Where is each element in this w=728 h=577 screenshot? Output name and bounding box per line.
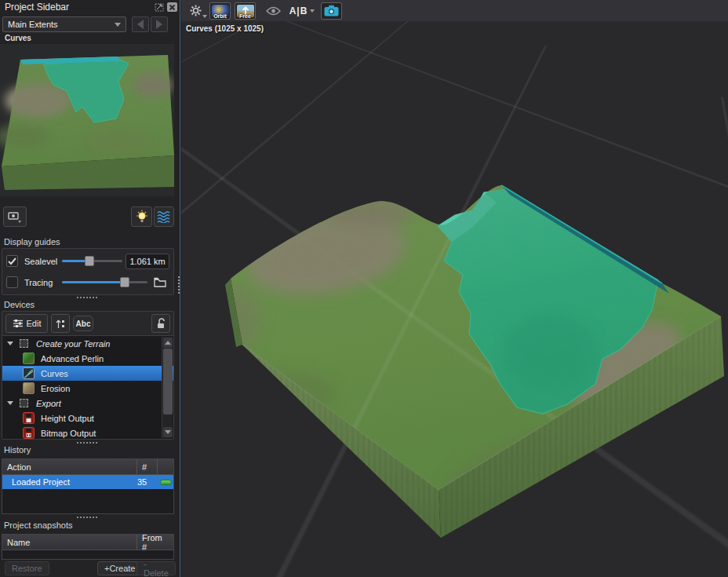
- projector-gear-icon: [8, 210, 22, 223]
- prev-extent-button[interactable]: [132, 16, 149, 32]
- tree-item-label: Curves: [41, 369, 68, 378]
- bitmap-output-icon: [23, 427, 35, 439]
- terrain-preview[interactable]: [0, 44, 174, 196]
- delete-snapshot-button[interactable]: -Delete: [136, 561, 176, 575]
- tree-group-label: Export: [36, 399, 61, 408]
- edit-devices-button[interactable]: Edit: [5, 314, 48, 333]
- application-window: Project Sidebar Main Extents Curves: [0, 0, 728, 577]
- devices-panel: Edit Abc: [2, 311, 174, 440]
- tracing-checkbox[interactable]: [6, 276, 18, 288]
- viewport-toolbar: Orbit Free A|B: [181, 0, 728, 21]
- extents-dropdown[interactable]: Main Extents: [2, 16, 126, 32]
- sealevel-value[interactable]: 1.061 km: [126, 254, 169, 269]
- restore-snapshot-button[interactable]: Restore: [5, 561, 49, 575]
- create-snapshot-button[interactable]: +Create: [97, 561, 142, 575]
- visibility-button[interactable]: [263, 2, 283, 20]
- free-camera-button[interactable]: Free: [235, 2, 256, 20]
- screenshot-button[interactable]: [321, 2, 342, 20]
- rename-abc-button[interactable]: Abc: [73, 316, 93, 331]
- ab-compare-label: A|B: [289, 5, 308, 16]
- tree-item-label: Height Output: [41, 414, 94, 423]
- snapshots-heading: Project snapshots: [4, 520, 72, 530]
- terrain-preview-image: [0, 44, 174, 196]
- group-icon: [20, 339, 28, 348]
- lighting-button[interactable]: [131, 206, 152, 227]
- display-guides-panel: Sealevel 1.061 km Tracing: [2, 248, 174, 295]
- orbit-camera-button[interactable]: Orbit: [209, 2, 231, 20]
- preview-options-button[interactable]: [3, 206, 27, 227]
- history-row-num: 35: [137, 477, 158, 487]
- orbit-button-label: Orbit: [210, 13, 230, 19]
- preview-toolbar: [0, 206, 174, 228]
- history-col-indicator: [158, 459, 173, 474]
- chevron-down-icon: [310, 9, 315, 13]
- view-settings-button[interactable]: [185, 2, 206, 20]
- collapse-triangle-icon[interactable]: [7, 341, 13, 345]
- tracing-row: Tracing: [2, 272, 173, 293]
- tracing-file-button[interactable]: [151, 277, 169, 287]
- tree-item-label: Advanced Perlin: [41, 354, 104, 363]
- render-area[interactable]: [181, 21, 728, 577]
- edit-button-label: Edit: [27, 319, 42, 328]
- water-display-button[interactable]: [154, 206, 174, 227]
- history-col-action[interactable]: Action: [2, 459, 137, 474]
- terrain-3d-model[interactable]: [181, 21, 728, 577]
- sealevel-label: Sealevel: [24, 257, 59, 266]
- preview-device-label: Curves: [5, 34, 31, 42]
- tree-item-height-output[interactable]: Height Output: [2, 411, 173, 425]
- history-row-action: Loaded Project: [2, 477, 137, 487]
- chevron-down-icon: [115, 23, 121, 27]
- curves-device-icon: [23, 367, 35, 379]
- viewport-device-label: Curves (1025 x 1025): [186, 24, 264, 33]
- scroll-down-icon[interactable]: [163, 427, 173, 437]
- sealevel-slider[interactable]: [62, 256, 122, 266]
- sealevel-checkbox[interactable]: [6, 255, 18, 267]
- tree-item-advanced-perlin[interactable]: Advanced Perlin: [2, 351, 173, 366]
- lightbulb-icon: [135, 210, 149, 224]
- splitter-handle[interactable]: [0, 442, 174, 444]
- water-waves-icon: [157, 210, 171, 223]
- gear-icon: [190, 5, 202, 16]
- camera-icon: [324, 5, 339, 16]
- checkmark-icon: [8, 257, 16, 265]
- ab-compare-control[interactable]: A|B: [287, 2, 317, 20]
- sidebar-titlebar: Project Sidebar: [0, 0, 180, 15]
- undock-panel-icon[interactable]: [154, 2, 164, 12]
- collapse-triangle-icon[interactable]: [7, 401, 13, 405]
- snapshots-table: Name From #: [2, 534, 174, 560]
- snapshots-col-from[interactable]: From #: [137, 535, 173, 550]
- unlock-icon: [156, 318, 166, 329]
- sort-devices-button[interactable]: [51, 314, 70, 333]
- tree-group-label: Create your Terrain: [36, 339, 110, 349]
- close-panel-icon[interactable]: [167, 2, 177, 12]
- tracing-slider[interactable]: [62, 277, 147, 287]
- splitter-handle[interactable]: [0, 297, 174, 298]
- history-heading: History: [4, 445, 31, 455]
- viewport-3d: Orbit Free A|B: [181, 0, 728, 577]
- tree-scrollbar[interactable]: [162, 337, 173, 438]
- lock-devices-button[interactable]: [151, 314, 170, 333]
- tree-item-label: Erosion: [41, 384, 70, 393]
- perlin-device-icon: [23, 352, 35, 364]
- history-row-loaded-project[interactable]: Loaded Project 35: [2, 475, 173, 489]
- tree-group-create-your-terrain[interactable]: Create your Terrain: [2, 336, 173, 351]
- slider-thumb[interactable]: [120, 277, 129, 287]
- next-extent-button[interactable]: [151, 16, 168, 32]
- scroll-up-icon[interactable]: [163, 338, 173, 348]
- sidebar-splitter-handle[interactable]: [178, 276, 180, 294]
- arrow-left-icon: [137, 20, 144, 29]
- tree-item-curves[interactable]: Curves: [2, 366, 173, 381]
- history-col-num[interactable]: #: [137, 459, 158, 474]
- splitter-handle[interactable]: [0, 517, 174, 518]
- devices-heading: Devices: [4, 300, 35, 309]
- snapshots-col-name[interactable]: Name: [2, 535, 137, 550]
- tree-item-erosion[interactable]: Erosion: [2, 381, 173, 396]
- tree-item-bitmap-output[interactable]: Bitmap Output: [2, 425, 173, 439]
- slider-fill: [62, 281, 123, 283]
- scrollbar-thumb[interactable]: [163, 349, 173, 414]
- sliders-icon: [13, 319, 24, 328]
- slider-thumb[interactable]: [85, 256, 94, 266]
- tree-group-export[interactable]: Export: [2, 396, 173, 411]
- sealevel-row: Sealevel 1.061 km: [2, 250, 173, 272]
- slider-fill: [62, 260, 87, 262]
